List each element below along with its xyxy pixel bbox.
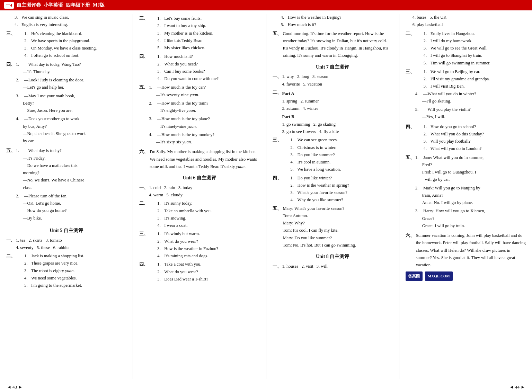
col3-top: 4.How is the weather in Beijing? 5.How m… [273, 14, 393, 29]
unit5-yi: 一、 1. tea 2. skirts 3. tomato 4. seventy… [6, 237, 126, 252]
col3-wu-passage: 五、 Good morning. It's time for the weath… [273, 30, 393, 60]
list-item: 4.Do you want to come with me? [149, 75, 259, 82]
list-item: 2.I want to buy a toy ship. [149, 22, 259, 29]
list-item: 1.Emily lives in Hangzhou. [415, 30, 526, 37]
list-item: 1.Do you like winter? [282, 175, 393, 182]
list-item: 1.It's sunny today. [149, 200, 259, 207]
unit7-wu: 五、 Mary: What's your favorite season? To… [273, 205, 393, 249]
unit8-er: 二、 1.Emily lives in Hangzhou. 2.I will d… [406, 30, 526, 67]
unit8-liu: 六、 Summer vacation is coming. John will … [406, 232, 526, 269]
header-version: MJ版 [93, 2, 105, 8]
list-item: 1. Jane: What will you do in summer, Fre… [415, 154, 526, 184]
list-item: 2.Take an umbrella with you. [149, 207, 259, 215]
list-item: 5. I'm going to the supermarket. [16, 282, 126, 289]
unit7-si: 四、 1.Do you like winter? 2.How is the we… [273, 175, 393, 204]
list-item: 3.I will visit Big Ben. [415, 83, 526, 90]
list-item: 2.What will you do this Sunday? [415, 131, 526, 138]
section-san: 三、 1. He's cleaning the blackboard. 2. W… [6, 30, 126, 60]
list-item: 3. Harry: How will you go to Xiamen, Gra… [415, 207, 526, 230]
list-item: 5.My sister likes chicken. [149, 44, 259, 52]
column-4: 4. buses 5. the UK 6. play basketball 二、… [399, 14, 532, 379]
list-item: 4. —How much is the toy monkey? —It's si… [149, 131, 259, 146]
list-item: 2.Christmas is in winter. [282, 144, 393, 151]
list-item: 1. —What day is today, Wang Tao? —It's T… [16, 61, 126, 76]
list-item: 3.What's your favorite season? [282, 189, 393, 196]
list-item: 1.How much is it? [149, 53, 259, 60]
col2-liu-text: I'm Sally. My mother is making a shoppin… [150, 148, 259, 170]
unit7-title: Unit 7 自主测评 [273, 63, 393, 71]
column-1: 3. We can sing in music class. 4. Englis… [0, 14, 133, 379]
col1-san: 三、 1. He's cleaning the blackboard. 2. W… [6, 30, 126, 60]
list-item: 3.Can I buy some books? [149, 68, 259, 75]
unit6-er: 二、 1.It's sunny today. 2.Take an umbrell… [139, 200, 259, 229]
list-item: 4.I like this Teddy Bear. [149, 37, 259, 44]
list-item: 2.What do you wear? [149, 238, 259, 245]
col1-top-items: 3. We can sing in music class. 4. Englis… [6, 14, 126, 29]
unit6-title: Unit 6 自主测评 [139, 174, 259, 182]
unit8-title: Unit 8 自主测评 [273, 252, 393, 261]
list-item: 1. —How much is the toy car? —It's seven… [149, 84, 259, 99]
list-item: 3.It's snowing. [149, 215, 259, 222]
unit8-yi-continued: 4. buses 5. the UK 6. play basketball [406, 14, 526, 29]
list-item: 4.I will go to Shanghai by train. [415, 52, 526, 59]
header-icon: 一4 [4, 2, 14, 9]
list-item: 2.What do you need? [149, 61, 259, 68]
list-item: 2.What do you wear? [149, 268, 259, 276]
unit7-san: 三、 1.We can see green trees. 2.Christmas… [273, 136, 393, 173]
unit7-yi: 一、 1. why 2. long 3. season 4. favorite … [273, 73, 393, 88]
unit6-yi: 一、 1. cold 2. rain 3. today 4. warm 5. c… [139, 184, 259, 199]
unit5-er: 二、 1. Jack is making a shopping list. 2.… [6, 252, 126, 289]
list-item: 3.We will go to see the Great Wall. [415, 45, 526, 52]
list-item: 1.Let's buy some fruits. [149, 15, 259, 22]
list-item: 4.I wear a coat. [149, 222, 259, 229]
section-wu: 五、 1. —What day is today? —It's Friday. … [6, 147, 126, 223]
unit8-liu-text: Summer vacation is coming. John will pla… [416, 232, 526, 269]
list-item: 4. English is very interesting. [6, 21, 126, 28]
header-title1: 自主测评卷 [17, 2, 41, 8]
list-item: 3.Do you like summer? [282, 151, 393, 159]
header-title2: 小学英语 [44, 2, 63, 8]
list-item: 4. —Does your mother go to work by bus, … [16, 115, 126, 145]
column-3: 4.How is the weather in Beijing? 5.How m… [266, 14, 399, 379]
page-footer: ◄ 43 ► ◄ 44 ► [0, 382, 532, 392]
list-item: 3. The robot is eighty yuan. [16, 267, 126, 275]
unit8-yi-start: 一、 1. houses 2. visit 3. will [273, 263, 393, 270]
list-item: 3. We can sing in music class. [6, 14, 126, 21]
list-item: 1. —What day is today? —It's Friday. —Do… [16, 147, 126, 191]
list-item: 1.Take a coat with you. [149, 261, 259, 268]
list-item: 1.It's windy but warm. [149, 230, 259, 238]
unit6-si: 四、 1.Take a coat with you. 2.What do you… [139, 261, 259, 283]
list-item: 1. He's cleaning the blackboard. [16, 30, 126, 37]
list-item: 4.What will you do in London? [415, 145, 526, 152]
list-item: 5.Tim will go swimming in summer. [415, 60, 526, 67]
unit5-title: Unit 5 自主测评 [6, 226, 126, 235]
list-item: 1.We will go to Beijing by car. [415, 68, 526, 75]
list-item: 4. I often go to school on foot. [16, 52, 126, 59]
list-item: 2.How is the weather in spring? [282, 182, 393, 189]
list-item: 5.How much is it? [273, 21, 393, 28]
list-item: 2. We have sports in the playground. [16, 37, 126, 45]
watermark2: MXQE.COM [425, 271, 453, 281]
list-item: 4.How is the weather in Beijing? [273, 14, 393, 21]
col1-wu: 五、 1. —What day is today? —It's Friday. … [6, 147, 126, 223]
list-item: 4.It's cool in autumn. [282, 159, 393, 166]
col2-san: 三、 1.Let's buy some fruits. 2.I want to … [139, 15, 259, 52]
list-item: 2. —Please turn off the fan. —OK. Let's … [16, 193, 126, 222]
list-item: 1.How do you go to school? [415, 123, 526, 131]
page-num-left: ◄ 43 ► [7, 384, 23, 390]
list-item: 2.I'll visit my grandma and grandpa. [415, 75, 526, 83]
list-item: 2. Mark: Will you go to Nanjing by train… [415, 185, 526, 207]
list-item: 3.How is the weather in Fuzhou? [149, 245, 259, 252]
header-grade: 四年级下册 [66, 2, 90, 8]
list-item: 3.My mother is in the kitchen. [149, 30, 259, 37]
list-item: 3. —How much is the toy plane? —It's nin… [149, 115, 259, 130]
page-num-right: ◄ 44 ► [509, 384, 525, 390]
list-item: 3.Does Dad wear a T-shirt? [149, 276, 259, 283]
list-item: 2. These grapes are very nice. [16, 260, 126, 267]
unit6-san: 三、 1.It's windy but warm. 2.What do you … [139, 230, 259, 260]
list-item: 2. —Look! Judy is cleaning the door. —Le… [16, 77, 126, 91]
list-item: 2.I will do my homework. [415, 37, 526, 45]
list-item: 5.We have a long vacation. [282, 166, 393, 173]
list-item: 4. We need some vegetables. [16, 275, 126, 282]
list-item: 4. —What will you do in winter? —I'll go… [415, 90, 526, 105]
